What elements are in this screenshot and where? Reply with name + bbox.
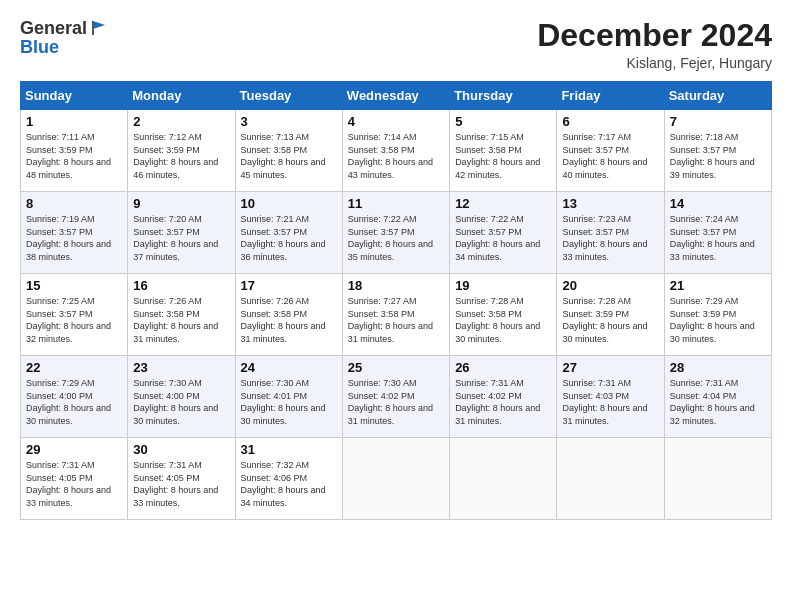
- cell-w4-1: 23Sunrise: 7:30 AMSunset: 4:00 PMDayligh…: [128, 356, 235, 438]
- logo-flag-icon: [89, 19, 107, 37]
- svg-marker-0: [93, 21, 105, 29]
- cell-w2-0: 8Sunrise: 7:19 AMSunset: 3:57 PMDaylight…: [21, 192, 128, 274]
- cell-w4-4: 26Sunrise: 7:31 AMSunset: 4:02 PMDayligh…: [450, 356, 557, 438]
- calendar-header-row: Sunday Monday Tuesday Wednesday Thursday…: [21, 82, 772, 110]
- cell-w4-2: 24Sunrise: 7:30 AMSunset: 4:01 PMDayligh…: [235, 356, 342, 438]
- cell-w1-6: 7Sunrise: 7:18 AMSunset: 3:57 PMDaylight…: [664, 110, 771, 192]
- cell-w3-4: 19Sunrise: 7:28 AMSunset: 3:58 PMDayligh…: [450, 274, 557, 356]
- cell-w3-2: 17Sunrise: 7:26 AMSunset: 3:58 PMDayligh…: [235, 274, 342, 356]
- week-row-4: 22Sunrise: 7:29 AMSunset: 4:00 PMDayligh…: [21, 356, 772, 438]
- cell-w4-3: 25Sunrise: 7:30 AMSunset: 4:02 PMDayligh…: [342, 356, 449, 438]
- svg-rect-1: [92, 21, 94, 35]
- calendar-table: Sunday Monday Tuesday Wednesday Thursday…: [20, 81, 772, 520]
- cell-w5-3: [342, 438, 449, 520]
- header-friday: Friday: [557, 82, 664, 110]
- cell-w1-2: 3Sunrise: 7:13 AMSunset: 3:58 PMDaylight…: [235, 110, 342, 192]
- week-row-5: 29Sunrise: 7:31 AMSunset: 4:05 PMDayligh…: [21, 438, 772, 520]
- cell-w5-0: 29Sunrise: 7:31 AMSunset: 4:05 PMDayligh…: [21, 438, 128, 520]
- cell-w5-4: [450, 438, 557, 520]
- cell-w1-0: 1Sunrise: 7:11 AMSunset: 3:59 PMDaylight…: [21, 110, 128, 192]
- cell-w1-5: 6Sunrise: 7:17 AMSunset: 3:57 PMDaylight…: [557, 110, 664, 192]
- cell-w3-6: 21Sunrise: 7:29 AMSunset: 3:59 PMDayligh…: [664, 274, 771, 356]
- cell-w3-5: 20Sunrise: 7:28 AMSunset: 3:59 PMDayligh…: [557, 274, 664, 356]
- cell-w4-6: 28Sunrise: 7:31 AMSunset: 4:04 PMDayligh…: [664, 356, 771, 438]
- header-thursday: Thursday: [450, 82, 557, 110]
- cell-w4-0: 22Sunrise: 7:29 AMSunset: 4:00 PMDayligh…: [21, 356, 128, 438]
- cell-w2-1: 9Sunrise: 7:20 AMSunset: 3:57 PMDaylight…: [128, 192, 235, 274]
- cell-w2-6: 14Sunrise: 7:24 AMSunset: 3:57 PMDayligh…: [664, 192, 771, 274]
- week-row-3: 15Sunrise: 7:25 AMSunset: 3:57 PMDayligh…: [21, 274, 772, 356]
- calendar-page: General Blue December 2024 Kislang, Feje…: [0, 0, 792, 612]
- cell-w4-5: 27Sunrise: 7:31 AMSunset: 4:03 PMDayligh…: [557, 356, 664, 438]
- header-monday: Monday: [128, 82, 235, 110]
- cell-w2-4: 12Sunrise: 7:22 AMSunset: 3:57 PMDayligh…: [450, 192, 557, 274]
- cell-w1-1: 2Sunrise: 7:12 AMSunset: 3:59 PMDaylight…: [128, 110, 235, 192]
- cell-w2-5: 13Sunrise: 7:23 AMSunset: 3:57 PMDayligh…: [557, 192, 664, 274]
- location: Kislang, Fejer, Hungary: [537, 55, 772, 71]
- cell-w5-1: 30Sunrise: 7:31 AMSunset: 4:05 PMDayligh…: [128, 438, 235, 520]
- cell-w1-4: 5Sunrise: 7:15 AMSunset: 3:58 PMDaylight…: [450, 110, 557, 192]
- logo-blue-text: Blue: [20, 37, 59, 58]
- header-sunday: Sunday: [21, 82, 128, 110]
- cell-w3-1: 16Sunrise: 7:26 AMSunset: 3:58 PMDayligh…: [128, 274, 235, 356]
- cell-w5-2: 31Sunrise: 7:32 AMSunset: 4:06 PMDayligh…: [235, 438, 342, 520]
- cell-w3-0: 15Sunrise: 7:25 AMSunset: 3:57 PMDayligh…: [21, 274, 128, 356]
- title-block: December 2024 Kislang, Fejer, Hungary: [537, 18, 772, 71]
- cell-w1-3: 4Sunrise: 7:14 AMSunset: 3:58 PMDaylight…: [342, 110, 449, 192]
- cell-w3-3: 18Sunrise: 7:27 AMSunset: 3:58 PMDayligh…: [342, 274, 449, 356]
- week-row-1: 1Sunrise: 7:11 AMSunset: 3:59 PMDaylight…: [21, 110, 772, 192]
- header-saturday: Saturday: [664, 82, 771, 110]
- logo: General Blue: [20, 18, 107, 58]
- cell-w5-5: [557, 438, 664, 520]
- cell-w2-3: 11Sunrise: 7:22 AMSunset: 3:57 PMDayligh…: [342, 192, 449, 274]
- header-wednesday: Wednesday: [342, 82, 449, 110]
- week-row-2: 8Sunrise: 7:19 AMSunset: 3:57 PMDaylight…: [21, 192, 772, 274]
- cell-w5-6: [664, 438, 771, 520]
- month-title: December 2024: [537, 18, 772, 53]
- logo-general-text: General: [20, 18, 87, 39]
- header-tuesday: Tuesday: [235, 82, 342, 110]
- cell-w2-2: 10Sunrise: 7:21 AMSunset: 3:57 PMDayligh…: [235, 192, 342, 274]
- page-header: General Blue December 2024 Kislang, Feje…: [20, 18, 772, 71]
